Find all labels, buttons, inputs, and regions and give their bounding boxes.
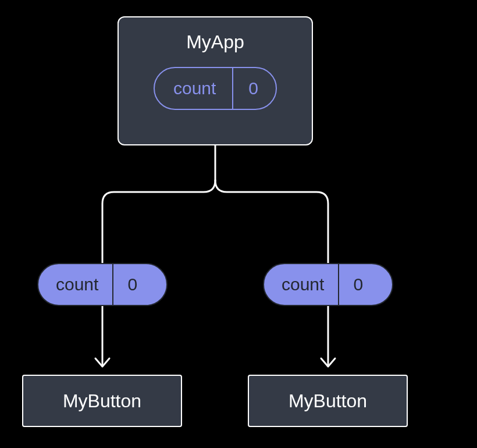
parent-component-title: MyApp bbox=[186, 31, 244, 53]
prop-value: 0 bbox=[339, 264, 379, 305]
child-component-box-right: MyButton bbox=[248, 375, 408, 427]
prop-label: count bbox=[264, 264, 339, 305]
parent-component-box: MyApp count 0 bbox=[118, 16, 313, 145]
prop-label: count bbox=[38, 264, 113, 305]
child-component-title: MyButton bbox=[63, 390, 141, 412]
prop-value: 0 bbox=[113, 264, 154, 305]
state-label: count bbox=[155, 68, 233, 109]
parent-state-pill: count 0 bbox=[154, 67, 277, 110]
state-value: 0 bbox=[233, 68, 276, 109]
prop-pill-right: count 0 bbox=[263, 263, 393, 306]
prop-pill-left: count 0 bbox=[37, 263, 168, 306]
child-component-box-left: MyButton bbox=[22, 375, 182, 427]
child-component-title: MyButton bbox=[289, 390, 367, 412]
